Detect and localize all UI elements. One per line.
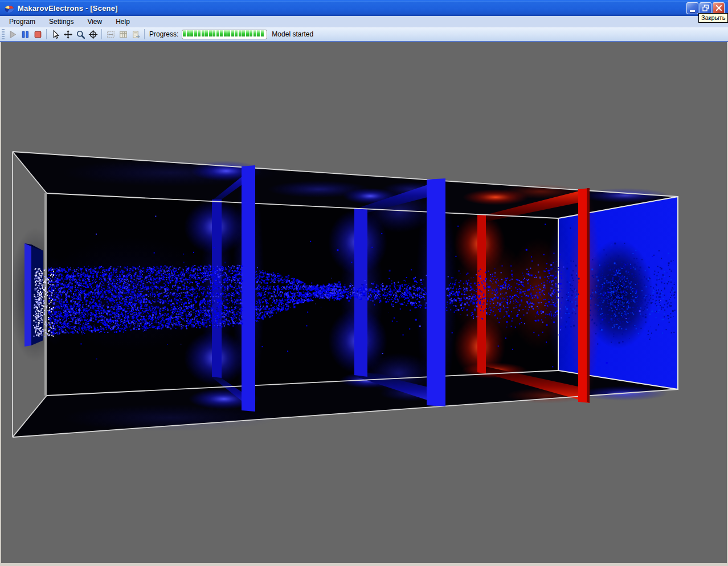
- menu-item-settings[interactable]: Settings: [42, 17, 80, 27]
- status-text: Model started: [272, 30, 313, 38]
- menu-item-help[interactable]: Help: [109, 17, 137, 27]
- progress-segment: [209, 30, 212, 36]
- fit-view-button[interactable]: [104, 28, 117, 40]
- scene-viewport[interactable]: [1, 42, 727, 563]
- toolbar-separator: [144, 29, 145, 39]
- progress-segment: [246, 30, 249, 36]
- minimize-button[interactable]: [686, 2, 698, 14]
- progress-segment: [242, 30, 245, 36]
- progress-segment: [183, 30, 186, 36]
- restore-button[interactable]: [700, 2, 711, 14]
- close-icon: [715, 5, 722, 11]
- progress-segment: [190, 30, 193, 36]
- grid-button[interactable]: [117, 28, 129, 40]
- progress-segment: [239, 30, 242, 36]
- minimize-icon: [690, 10, 695, 12]
- menu-item-view[interactable]: View: [80, 17, 109, 27]
- progress-segment: [250, 30, 252, 36]
- move-icon: [63, 30, 73, 39]
- window-controls: [686, 2, 725, 14]
- stop-icon: [33, 30, 43, 39]
- progress-segment: [231, 30, 234, 36]
- orbit-icon: [88, 30, 98, 39]
- rotate-tool-button[interactable]: [87, 28, 99, 40]
- particle-layer: [1, 42, 727, 563]
- select-tool-button[interactable]: [49, 28, 62, 40]
- progress-label: Progress:: [149, 30, 178, 38]
- progress-fill: [183, 30, 264, 38]
- progress-segment: [194, 30, 197, 36]
- play-button[interactable]: [6, 28, 19, 40]
- title-bar[interactable]: MakarovElectrons - [Scene]: [0, 0, 728, 16]
- progress-segment: [227, 30, 230, 36]
- pause-icon: [21, 30, 30, 39]
- pause-button[interactable]: [19, 28, 31, 40]
- progress-segment: [253, 30, 256, 36]
- pan-tool-button[interactable]: [62, 28, 74, 40]
- play-icon: [8, 30, 18, 39]
- table-icon: [118, 30, 128, 39]
- toolbar-grip[interactable]: [2, 29, 5, 39]
- cursor-icon: [51, 30, 60, 39]
- progress-segment: [198, 30, 201, 36]
- toolbar-separator: [101, 29, 102, 39]
- close-tooltip: Закрыть: [698, 13, 728, 23]
- close-button[interactable]: [713, 2, 725, 14]
- progress-bar: [182, 30, 267, 39]
- fit-icon: [106, 30, 116, 39]
- toolbar: Progress: Model started: [0, 27, 728, 42]
- toolbar-separator: [46, 29, 47, 39]
- progress-segment: [224, 30, 227, 36]
- menu-bar: Program Settings View Help: [0, 16, 728, 27]
- window-title: MakarovElectrons - [Scene]: [18, 4, 686, 13]
- progress-segment: [220, 30, 223, 36]
- app-icon: [4, 3, 15, 14]
- export-icon: [131, 30, 141, 39]
- export-button[interactable]: [129, 28, 142, 40]
- window-border-bottom: [0, 563, 728, 566]
- progress-segment: [212, 30, 215, 36]
- progress-segment: [205, 30, 208, 36]
- progress-segment: [257, 30, 260, 36]
- progress-segment: [216, 30, 219, 36]
- window-border-left: [0, 42, 1, 563]
- menu-item-program[interactable]: Program: [2, 17, 42, 27]
- zoom-tool-button[interactable]: [74, 28, 87, 40]
- stop-button[interactable]: [31, 28, 44, 40]
- restore-icon: [702, 5, 709, 11]
- progress-segment: [187, 30, 190, 36]
- magnifier-icon: [76, 30, 85, 39]
- progress-segment: [202, 30, 205, 36]
- progress-segment: [261, 30, 264, 36]
- progress-segment: [235, 30, 238, 36]
- app-window: MakarovElectrons - [Scene] Закрыть Progr…: [0, 0, 728, 566]
